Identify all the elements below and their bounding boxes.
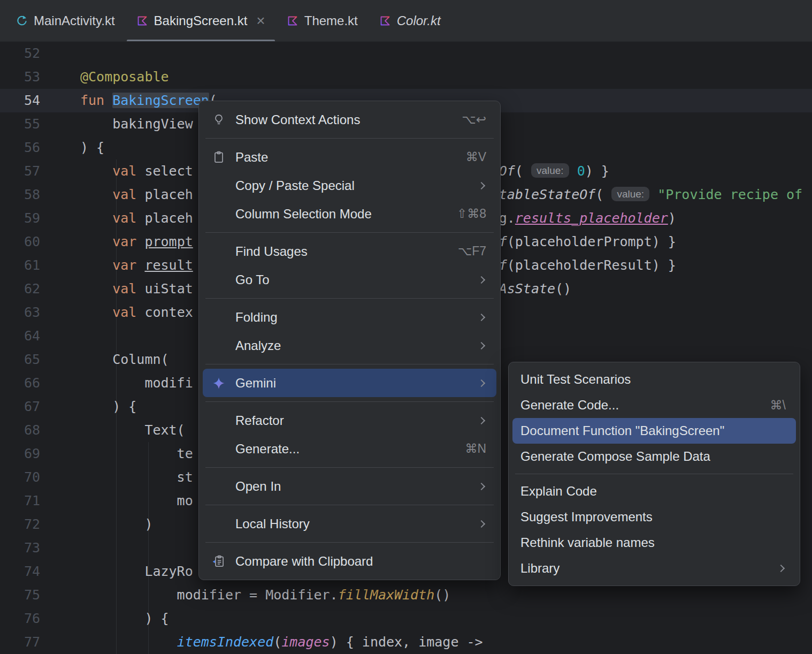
code-line[interactable]: 53@Composable xyxy=(0,65,812,89)
tab-close-icon[interactable]: × xyxy=(256,13,265,28)
menu-item-unit-test-scenarios[interactable]: Unit Test Scenarios xyxy=(512,367,796,392)
line-number[interactable]: 66 xyxy=(0,371,40,395)
code-text: ) { xyxy=(40,395,136,419)
menu-item-label: Paste xyxy=(235,150,268,165)
menu-separator xyxy=(205,542,494,543)
line-number[interactable]: 59 xyxy=(0,207,40,230)
kotlin-file-icon xyxy=(136,15,148,27)
menu-item-go-to[interactable]: Go To xyxy=(203,265,496,294)
line-number[interactable]: 58 xyxy=(0,183,40,207)
menu-item-open-in[interactable]: Open In xyxy=(203,472,496,500)
code-line[interactable]: 77 itemsIndexed(images) { index, image -… xyxy=(0,630,812,654)
line-number[interactable]: 60 xyxy=(0,230,40,254)
line-number[interactable]: 76 xyxy=(0,607,40,630)
tab-mainactivity-kt[interactable]: MainActivity.kt xyxy=(5,0,126,41)
line-number[interactable]: 67 xyxy=(0,395,40,419)
menu-item-label: Copy / Paste Special xyxy=(235,178,355,193)
line-number[interactable]: 61 xyxy=(0,254,40,277)
line-number[interactable]: 56 xyxy=(0,136,40,159)
line-number[interactable]: 55 xyxy=(0,112,40,136)
menu-item-refactor[interactable]: Refactor xyxy=(203,406,496,435)
tab-bar: MainActivity.ktBakingScreen.kt×Theme.ktC… xyxy=(0,0,812,42)
code-line[interactable]: 75 modifier = Modifier.fillMaxWidth() xyxy=(0,583,812,607)
menu-item-label: Compare with Clipboard xyxy=(235,554,373,569)
menu-item-label: Refactor xyxy=(235,413,284,428)
compare-icon xyxy=(212,554,235,568)
menu-item-paste[interactable]: Paste⌘V xyxy=(203,143,496,171)
tab-theme-kt[interactable]: Theme.kt xyxy=(276,0,369,41)
line-number[interactable]: 70 xyxy=(0,466,40,489)
chevron-right-icon xyxy=(777,565,785,572)
menu-item-column-selection-mode[interactable]: Column Selection Mode⇧⌘8 xyxy=(203,200,496,228)
menu-shortcut: ⇧⌘8 xyxy=(457,207,486,221)
code-text: itemsIndexed(images) { index, image -> xyxy=(40,630,483,654)
line-number[interactable]: 52 xyxy=(0,42,40,65)
code-text: te xyxy=(40,442,193,466)
menu-item-rethink-variable-names[interactable]: Rethink variable names xyxy=(512,530,796,556)
line-number[interactable]: 65 xyxy=(0,348,40,371)
menu-item-folding[interactable]: Folding xyxy=(203,303,496,331)
chevron-right-icon xyxy=(478,416,485,424)
menu-separator xyxy=(205,364,494,364)
menu-shortcut: ⌘V xyxy=(466,150,486,164)
menu-item-label: Local History xyxy=(235,516,310,531)
menu-item-find-usages[interactable]: Find Usages⌥F7 xyxy=(203,237,496,265)
chevron-right-icon xyxy=(478,276,485,283)
line-number[interactable]: 63 xyxy=(0,301,40,324)
line-number[interactable]: 73 xyxy=(0,536,40,560)
code-line[interactable]: 52 xyxy=(0,42,812,65)
line-number[interactable]: 57 xyxy=(0,159,40,183)
tab-label: MainActivity.kt xyxy=(34,13,115,28)
menu-separator xyxy=(205,232,494,233)
code-text: ) { xyxy=(40,136,104,159)
tab-bakingscreen-kt[interactable]: BakingScreen.kt× xyxy=(126,0,276,41)
menu-item-local-history[interactable]: Local History xyxy=(203,509,496,538)
line-number[interactable]: 75 xyxy=(0,583,40,607)
menu-item-copy-paste-special[interactable]: Copy / Paste Special xyxy=(203,171,496,200)
line-number[interactable]: 62 xyxy=(0,277,40,301)
line-number[interactable]: 77 xyxy=(0,630,40,654)
menu-item-label: Go To xyxy=(235,272,270,287)
menu-item-label: Gemini xyxy=(235,376,276,391)
code-line[interactable]: 76 ) { xyxy=(0,607,812,630)
line-number[interactable]: 53 xyxy=(0,65,40,89)
menu-shortcut: ⌘N xyxy=(465,442,486,456)
code-text: fun BakingScreen( xyxy=(40,89,217,112)
line-number[interactable]: 72 xyxy=(0,513,40,536)
menu-item-label: Generate... xyxy=(235,442,300,457)
inlay-hint: value: xyxy=(531,163,569,178)
menu-item-generate-compose-sample-data[interactable]: Generate Compose Sample Data xyxy=(512,444,796,469)
menu-item-compare-with-clipboard[interactable]: Compare with Clipboard xyxy=(203,547,496,575)
menu-separator xyxy=(515,474,793,474)
line-number[interactable]: 69 xyxy=(0,442,40,466)
menu-item-library[interactable]: Library xyxy=(512,556,796,581)
menu-item-label: Document Function "BakingScreen" xyxy=(520,423,724,438)
menu-separator xyxy=(205,138,494,139)
chevron-right-icon xyxy=(478,341,485,349)
menu-item-generate-code[interactable]: Generate Code...⌘\ xyxy=(512,392,796,418)
code-text: LazyRo xyxy=(40,560,193,583)
context-menu: Show Context Actions⌥↩Paste⌘VCopy / Past… xyxy=(198,101,501,580)
lightbulb-icon xyxy=(212,113,235,127)
menu-item-suggest-improvements[interactable]: Suggest Improvements xyxy=(512,504,796,530)
tab-color-kt[interactable]: Color.kt xyxy=(369,0,451,41)
line-number[interactable]: 54 xyxy=(0,89,40,112)
line-number[interactable]: 64 xyxy=(0,324,40,348)
line-number[interactable]: 71 xyxy=(0,489,40,513)
menu-item-generate[interactable]: Generate...⌘N xyxy=(203,435,496,463)
menu-item-document-function-bakingscreen[interactable]: Document Function "BakingScreen" xyxy=(512,418,796,444)
line-number[interactable]: 68 xyxy=(0,419,40,442)
menu-separator xyxy=(205,467,494,468)
code-text: bakingView xyxy=(40,112,193,136)
menu-item-show-context-actions[interactable]: Show Context Actions⌥↩ xyxy=(203,105,496,134)
menu-shortcut: ⌘\ xyxy=(770,398,786,413)
menu-item-explain-code[interactable]: Explain Code xyxy=(512,478,796,504)
menu-item-label: Explain Code xyxy=(520,484,597,499)
menu-item-label: Unit Test Scenarios xyxy=(520,372,631,387)
code-text: st xyxy=(40,466,193,489)
chevron-right-icon xyxy=(478,520,485,527)
menu-item-analyze[interactable]: Analyze xyxy=(203,331,496,360)
menu-item-gemini[interactable]: Gemini xyxy=(203,369,496,397)
line-number[interactable]: 74 xyxy=(0,560,40,583)
menu-separator xyxy=(205,298,494,299)
